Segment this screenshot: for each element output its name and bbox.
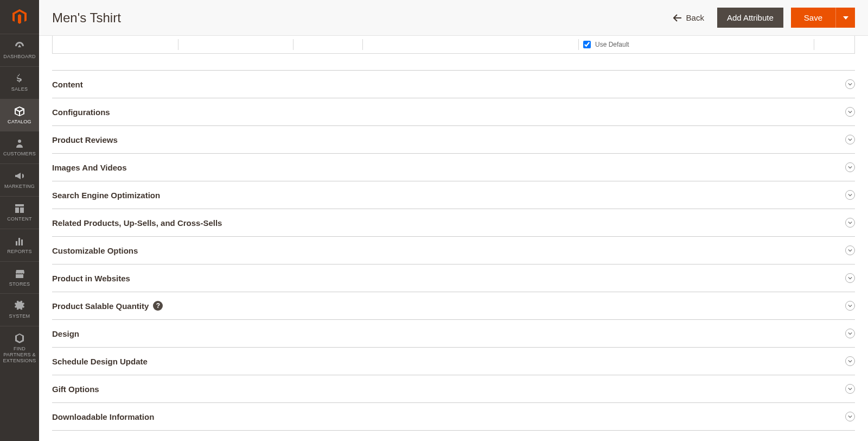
- section-title: Schedule Design Update: [52, 357, 148, 366]
- layout-icon: [14, 203, 25, 214]
- storefront-icon: [14, 268, 25, 279]
- sidebar: DASHBOARDSALESCATALOGCUSTOMERSMARKETINGC…: [0, 0, 39, 441]
- section-downloadable-information[interactable]: Downloadable Information: [52, 403, 855, 431]
- bars-icon: [14, 236, 25, 247]
- back-label: Back: [686, 13, 704, 22]
- sidebar-item-marketing[interactable]: MARKETING: [0, 163, 39, 196]
- section-title: Product Reviews: [52, 135, 118, 144]
- sidebar-item-sales[interactable]: SALES: [0, 66, 39, 99]
- page-header: Men's Tshirt Back Add Attribute Save: [39, 0, 868, 36]
- accordion-sections: ContentConfigurationsProduct ReviewsImag…: [52, 70, 855, 431]
- table-cell: [363, 39, 579, 50]
- sidebar-item-find-partners-extensions[interactable]: FIND PARTNERS & EXTENSIONS: [0, 326, 39, 370]
- gear-icon: [14, 300, 25, 311]
- sidebar-item-stores[interactable]: STORES: [0, 261, 39, 294]
- chevron-down-icon[interactable]: [845, 245, 855, 255]
- chevron-down-icon[interactable]: [845, 384, 855, 394]
- save-dropdown-toggle[interactable]: [835, 8, 855, 28]
- save-button-group: Save: [791, 8, 855, 28]
- table-cell: Use Default: [579, 39, 814, 50]
- section-content[interactable]: Content: [52, 70, 855, 98]
- chevron-down-icon[interactable]: [845, 135, 855, 144]
- svg-rect-3: [21, 240, 23, 245]
- chevron-down-icon[interactable]: [845, 218, 855, 228]
- svg-rect-2: [18, 238, 20, 245]
- sidebar-item-label: FIND PARTNERS & EXTENSIONS: [2, 346, 37, 363]
- save-button[interactable]: Save: [791, 8, 835, 28]
- sidebar-item-customers[interactable]: CUSTOMERS: [0, 131, 39, 163]
- section-configurations[interactable]: Configurations: [52, 98, 855, 126]
- section-title: Product in Websites: [52, 274, 130, 283]
- header-actions: Back Add Attribute Save: [668, 8, 855, 28]
- table-cell: [58, 39, 178, 50]
- chevron-down-icon[interactable]: [845, 273, 855, 283]
- arrow-left-icon: [673, 14, 682, 22]
- sidebar-item-dashboard[interactable]: DASHBOARD: [0, 34, 39, 66]
- section-gift-options[interactable]: Gift Options: [52, 375, 855, 403]
- chevron-down-icon[interactable]: [845, 301, 855, 311]
- add-attribute-button[interactable]: Add Attribute: [717, 8, 783, 28]
- svg-rect-1: [16, 241, 17, 245]
- section-product-in-websites[interactable]: Product in Websites: [52, 264, 855, 292]
- section-images-and-videos[interactable]: Images And Videos: [52, 154, 855, 181]
- section-product-reviews[interactable]: Product Reviews: [52, 126, 855, 154]
- section-title: Downloadable Information: [52, 412, 154, 421]
- table-cell: [178, 39, 293, 50]
- caret-down-icon: [843, 15, 848, 21]
- section-product-salable-quantity[interactable]: Product Salable Quantity?: [52, 292, 855, 320]
- section-title: Content: [52, 80, 83, 89]
- logo[interactable]: [0, 0, 39, 34]
- person-icon: [14, 138, 25, 149]
- dollar-icon: [14, 73, 25, 84]
- magento-icon: [11, 8, 28, 26]
- section-search-engine-optimization[interactable]: Search Engine Optimization: [52, 181, 855, 209]
- section-title: Related Products, Up-Sells, and Cross-Se…: [52, 218, 222, 228]
- sidebar-item-label: CATALOG: [8, 119, 31, 125]
- section-title: Product Salable Quantity?: [52, 301, 163, 311]
- sidebar-item-label: STORES: [9, 281, 30, 287]
- chevron-down-icon[interactable]: [845, 162, 855, 172]
- sidebar-item-catalog[interactable]: CATALOG: [0, 99, 39, 131]
- box-icon: [14, 106, 25, 117]
- chevron-down-icon[interactable]: [845, 107, 855, 117]
- use-default-text: Use Default: [595, 41, 629, 48]
- sidebar-item-label: CUSTOMERS: [3, 151, 36, 157]
- back-button[interactable]: Back: [668, 9, 710, 27]
- section-related-products-up-sells-and-cross-sells[interactable]: Related Products, Up-Sells, and Cross-Se…: [52, 209, 855, 237]
- section-title: Gift Options: [52, 385, 99, 394]
- puzzle-icon: [14, 333, 25, 344]
- attribute-table-row-fragment: Use Default: [52, 36, 855, 54]
- sidebar-item-label: MARKETING: [4, 184, 35, 190]
- help-icon[interactable]: ?: [153, 301, 163, 311]
- section-design[interactable]: Design: [52, 320, 855, 348]
- table-cell: [293, 39, 363, 50]
- sidebar-item-label: CONTENT: [7, 216, 32, 222]
- chevron-down-icon[interactable]: [845, 190, 855, 200]
- svg-point-0: [18, 140, 21, 143]
- sidebar-item-reports[interactable]: REPORTS: [0, 229, 39, 261]
- section-title: Configurations: [52, 108, 110, 117]
- chevron-down-icon[interactable]: [845, 412, 855, 421]
- use-default-checkbox[interactable]: [583, 41, 591, 48]
- page-title: Men's Tshirt: [52, 10, 121, 26]
- chevron-down-icon[interactable]: [845, 329, 855, 338]
- dashboard-icon: [14, 41, 25, 52]
- chevron-down-icon[interactable]: [845, 79, 855, 89]
- chevron-down-icon[interactable]: [845, 356, 855, 366]
- table-cell: [814, 39, 849, 50]
- section-customizable-options[interactable]: Customizable Options: [52, 237, 855, 264]
- sidebar-item-label: REPORTS: [7, 249, 31, 255]
- sidebar-item-label: DASHBOARD: [3, 54, 36, 60]
- sidebar-item-label: SYSTEM: [9, 313, 30, 319]
- sidebar-item-system[interactable]: SYSTEM: [0, 293, 39, 326]
- sidebar-item-label: SALES: [11, 86, 28, 92]
- section-title: Design: [52, 329, 79, 338]
- section-schedule-design-update[interactable]: Schedule Design Update: [52, 348, 855, 375]
- megaphone-icon: [14, 171, 25, 181]
- sidebar-item-content[interactable]: CONTENT: [0, 196, 39, 229]
- section-title: Images And Videos: [52, 163, 127, 172]
- section-title: Search Engine Optimization: [52, 191, 160, 200]
- section-title: Customizable Options: [52, 246, 138, 255]
- use-default-checkbox-label[interactable]: Use Default: [583, 41, 629, 48]
